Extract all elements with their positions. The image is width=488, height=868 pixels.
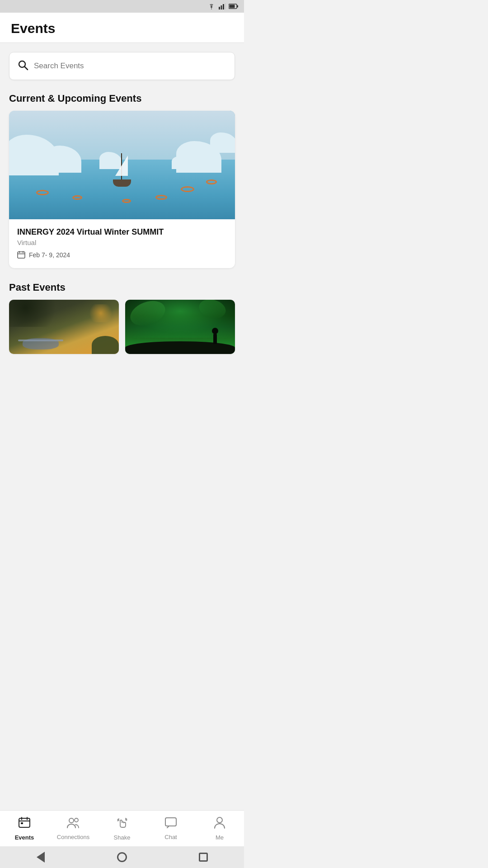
wifi-icon	[207, 3, 216, 9]
signal-icon	[219, 3, 226, 9]
featured-event-location: Virtual	[17, 239, 227, 246]
featured-event-card[interactable]: INNERGY 2024 Virtual Winter SUMMIT Virtu…	[9, 111, 235, 268]
past-event-card-2[interactable]	[125, 300, 235, 354]
calendar-date-icon	[17, 251, 25, 259]
header: Events	[0, 13, 244, 43]
featured-event-date: Feb 7- 9, 2024	[17, 251, 227, 259]
svg-rect-1	[221, 5, 222, 9]
featured-event-image	[9, 111, 235, 219]
main-content: Current & Upcoming Events	[0, 43, 244, 399]
past-event-card-1[interactable]	[9, 300, 119, 354]
past-events-heading: Past Events	[9, 282, 235, 293]
svg-line-8	[25, 67, 28, 70]
featured-event-info: INNERGY 2024 Virtual Winter SUMMIT Virtu…	[9, 219, 235, 268]
svg-rect-9	[18, 252, 25, 258]
battery-icon	[229, 4, 239, 9]
featured-event-title: INNERGY 2024 Virtual Winter SUMMIT	[17, 227, 227, 237]
status-bar	[0, 0, 244, 13]
arctic-scene	[9, 111, 235, 219]
svg-rect-6	[230, 5, 235, 8]
current-events-heading: Current & Upcoming Events	[9, 93, 235, 104]
svg-rect-2	[223, 4, 224, 9]
search-input[interactable]	[34, 61, 226, 71]
past-event-image-2	[125, 300, 235, 354]
svg-rect-3	[225, 3, 226, 9]
svg-rect-0	[219, 7, 220, 9]
past-events-grid	[9, 300, 235, 354]
past-event-image-1	[9, 300, 119, 354]
page-title: Events	[11, 21, 233, 36]
svg-rect-5	[237, 5, 239, 8]
featured-event-date-text: Feb 7- 9, 2024	[29, 251, 70, 259]
sailboat	[111, 151, 133, 187]
search-icon	[18, 60, 28, 72]
search-box[interactable]	[9, 52, 235, 80]
